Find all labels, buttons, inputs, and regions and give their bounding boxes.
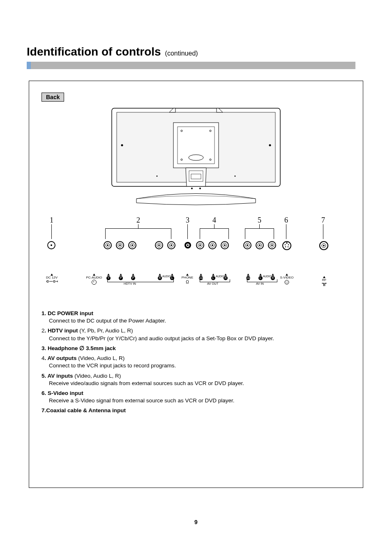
svg-point-68 [54,281,55,282]
svg-point-16 [199,188,201,189]
svideo-icon [284,280,289,285]
desc-item-7: 7.Coaxial cable & Antenna input [42,407,350,414]
desc-item-1: 1. DC POWER input Connect to the DC outp… [42,310,350,325]
description-list: 1. DC POWER input Connect to the DC outp… [42,310,350,415]
page-number: 9 [0,519,392,525]
svg-point-71 [285,280,289,284]
svg-point-10 [269,144,271,146]
callout-6: 6 [284,216,288,225]
svg-point-8 [189,155,203,160]
svg-point-45 [224,244,226,246]
desc-item-2: 2. HDTV input (Y, Pb, Pr, Audio L, R) Co… [42,327,350,342]
svg-point-74 [286,283,286,283]
jack-avout-video [196,241,205,250]
callout-3: 3 [186,216,189,225]
desc-item-4: 4. AV outputs (Video, Audio L, R) Connec… [42,355,350,369]
section-label-back: Back [42,93,64,102]
svg-point-30 [158,244,160,246]
rf-icon: ᒣᒥ [322,282,327,287]
jack-hdtv-audio-l [167,241,176,250]
page-title-main: Identification of controls [27,45,161,58]
jack-hdtv-y [103,241,112,250]
callout-2: 2 [136,216,140,225]
label-svideo: S-VIDEO [280,276,294,279]
group-label-av-out: AV OUT [207,282,218,286]
pc-audio-jack-icon [92,280,97,285]
jack-avout-audio-r [220,241,229,250]
content-frame: Back [29,81,363,488]
heading-accent-bar [27,62,355,69]
label-dc12v: DC 12V [46,276,58,279]
jack-dc-power [47,241,56,250]
desc-item-3: 3. Headphone ∅ 3.5mm jack [42,345,350,352]
svg-point-63 [323,245,325,246]
label-pc-audio: PC-AUDIO [86,276,102,279]
svg-rect-14 [191,174,201,179]
svg-point-73 [287,281,288,282]
headphone-icon: Ω [186,280,189,284]
monitor-back-diagram [42,104,350,207]
callout-5: 5 [258,216,261,225]
svg-point-9 [121,144,123,146]
svg-rect-60 [286,242,288,244]
group-label-av-in: AV IN [256,282,264,286]
callout-7: 7 [321,216,325,225]
svg-point-57 [288,244,289,245]
svg-point-24 [119,244,121,246]
label-phone: PHONE [182,276,193,279]
jack-svideo [282,241,292,251]
group-label-hdtv-in: HDTV IN [124,282,136,286]
jack-avin-audio-r [267,241,277,250]
jack-avout-audio-l [208,241,217,250]
callout-1: 1 [50,216,53,225]
callout-4: 4 [212,216,216,225]
svg-point-42 [212,244,213,246]
jack-hdtv-pb [115,241,125,250]
svg-point-11 [157,176,158,177]
svg-point-15 [191,188,193,189]
desc-item-5: 5. AV inputs (Video, Audio L, R) Receive… [42,372,350,387]
jack-avin-audio-l [255,241,264,250]
svg-point-56 [285,244,286,245]
callout-row: 1 2 3 4 5 6 7 [42,216,350,265]
svg-point-59 [288,246,288,247]
port-labels-row: DC 12V PC-AUDIO Y P P R [42,274,350,298]
svg-point-33 [171,244,172,246]
jack-hdtv-audio-r [154,241,164,250]
svg-point-39 [199,244,201,246]
page-title-continued: (continued) [165,50,198,57]
svg-point-51 [259,244,261,246]
svg-point-54 [271,244,273,246]
jack-headphone [183,241,192,250]
jack-rf [319,241,329,251]
jack-avin-video [243,241,252,250]
svg-point-21 [107,244,108,246]
svg-point-18 [51,244,52,246]
svg-point-72 [286,281,286,282]
svg-point-58 [285,246,286,247]
svg-point-48 [247,244,248,246]
svg-point-27 [131,244,133,246]
svg-point-12 [235,176,236,177]
svg-point-36 [187,244,189,246]
jack-hdtv-pr [128,241,137,250]
label-rf: RF [322,278,327,282]
desc-item-6: 6. S-Video input Receive a S-Video signa… [42,390,350,404]
svg-point-75 [287,283,288,283]
